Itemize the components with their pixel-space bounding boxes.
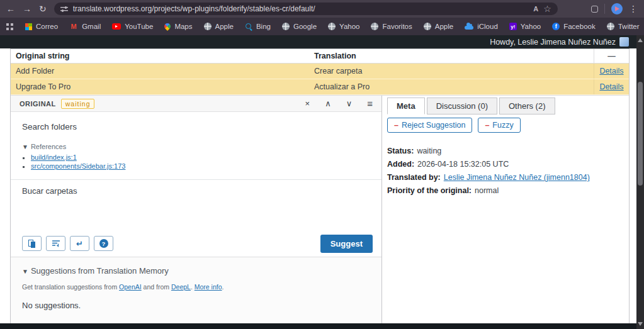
bookmark-item[interactable]: Gmail — [64, 20, 106, 33]
user-avatar[interactable] — [619, 37, 629, 47]
maps-icon — [163, 22, 172, 31]
help-icon: ? — [99, 239, 108, 248]
references-toggle[interactable]: ▼References — [22, 143, 66, 150]
page-scrollbar[interactable] — [636, 35, 644, 329]
translation-section: Bucar carpetas — [11, 179, 381, 235]
chevron-up-icon[interactable]: ∧ — [325, 99, 331, 108]
wp-admin-bar: Howdy, Leslie Jimena Nuñez Nuñez — [0, 35, 644, 48]
bookmark-item[interactable]: Twitter — [601, 20, 644, 33]
bookmark-item[interactable]: Bing — [239, 20, 276, 33]
reference-link[interactable]: build/index.js:1 — [31, 153, 77, 161]
bookmark-item[interactable]: Correo — [20, 20, 64, 33]
reject-suggestion-button[interactable]: –Reject Suggestion — [387, 118, 472, 133]
bottom-bar — [0, 323, 636, 329]
insert-newline-button[interactable]: ↵ — [70, 236, 89, 251]
minus-icon: – — [485, 121, 489, 130]
reference-item: src/components/Sidebar.js:173 — [31, 162, 370, 170]
deepl-link[interactable]: DeepL — [171, 283, 191, 291]
back-icon[interactable]: ← — [6, 4, 15, 13]
bookmark-item[interactable]: Maps — [159, 20, 198, 33]
translation-textarea[interactable]: Bucar carpetas — [11, 180, 381, 235]
globe-icon — [424, 23, 431, 30]
translate-icon[interactable]: A — [533, 5, 538, 13]
address-bar[interactable]: translate.wordpress.org/projects/wp-plug… — [54, 3, 558, 15]
bookmark-item[interactable]: Apple — [198, 20, 239, 33]
chevron-down-icon[interactable]: ∨ — [346, 99, 353, 108]
copy-original-button[interactable] — [22, 236, 42, 251]
ms-icon — [25, 23, 32, 30]
meta-field-value: Leslie Jimena Nuñez Nuñez (jimenn1804) — [444, 173, 590, 182]
reference-link[interactable]: src/components/Sidebar.js:173 — [31, 162, 125, 170]
bookmark-label: Gmail — [82, 23, 101, 30]
editor-header-icons: × ∧ ∨ ≡ — [305, 99, 373, 108]
caret-down-icon: ▼ — [22, 143, 28, 150]
original-section: Search folders ▼References build/index.j… — [11, 112, 381, 179]
details-link[interactable]: Details — [599, 67, 623, 75]
bookmark-star-icon[interactable]: ☆ — [543, 4, 551, 14]
suggestions-toggle[interactable]: ▼Suggestions from Translation Memory — [22, 266, 370, 276]
translation-cell[interactable]: Actualizar a Pro — [309, 82, 594, 91]
bookmark-item[interactable]: Yahoo — [322, 20, 365, 33]
column-header-actions: — — [594, 49, 629, 63]
page-content: Original string Translation — Add Folder… — [0, 48, 636, 323]
original-cell[interactable]: Upgrade To Pro — [11, 82, 309, 91]
scroll-down-icon[interactable] — [638, 322, 643, 326]
meta-field: Status:waiting — [387, 147, 624, 155]
forward-icon[interactable]: → — [23, 4, 31, 13]
browser-menu-icon[interactable]: ⋮ — [629, 4, 638, 13]
extensions-icon[interactable] — [591, 6, 598, 13]
openai-link[interactable]: OpenAI — [119, 283, 142, 291]
meta-tabs: Meta Discussion (0) Others (2) — [387, 98, 624, 114]
meta-field: Translated by:Leslie Jimena Nuñez Nuñez … — [387, 173, 624, 182]
bookmark-item[interactable]: Yahoo — [504, 20, 546, 33]
globe-icon — [607, 23, 614, 30]
bookmark-item[interactable]: Apple — [418, 20, 459, 33]
bookmark-item[interactable]: Facebook — [546, 20, 601, 33]
url-text[interactable]: translate.wordpress.org/projects/wp-plug… — [73, 4, 528, 13]
meta-field-label: Status: — [387, 147, 414, 155]
bookmark-item[interactable]: Google — [276, 20, 322, 33]
meta-panel: Meta Discussion (0) Others (2) –Reject S… — [382, 96, 629, 323]
meta-field-value: waiting — [417, 147, 441, 155]
references-list: build/index.js:1 src/components/Sidebar.… — [31, 153, 370, 170]
details-link[interactable]: Details — [599, 82, 623, 91]
minus-icon: – — [394, 121, 398, 130]
editor-row: ORIGINAL waiting × ∧ ∨ ≡ Search folders … — [11, 95, 629, 323]
meta-tab[interactable]: Discussion (0) — [427, 98, 497, 114]
reload-icon[interactable]: ↻ — [39, 4, 47, 13]
bookmark-item[interactable]: YouTube — [106, 20, 159, 33]
meta-buttons: –Reject Suggestion –Fuzzy — [387, 118, 624, 133]
original-cell[interactable]: Add Folder — [11, 67, 309, 75]
howdy-link[interactable]: Howdy, Leslie Jimena Nuñez Nuñez — [490, 38, 616, 47]
yahoo-icon — [509, 23, 517, 30]
insert-tab-button[interactable] — [46, 236, 65, 251]
table-rows: Add Folder Crear carpeta Details Upgrade… — [11, 64, 629, 95]
bookmark-label: Correo — [36, 23, 58, 30]
scrollbar-thumb[interactable] — [638, 82, 643, 186]
meta-tab[interactable]: Others (2) — [499, 98, 555, 114]
help-button[interactable]: ? — [94, 236, 113, 251]
meta-fields: Status:waiting Added:2026-04-18 15:32:05… — [387, 147, 624, 195]
table-row[interactable]: Add Folder Crear carpeta Details — [11, 64, 629, 79]
editor-menu-icon[interactable]: ≡ — [367, 99, 373, 108]
site-info-icon[interactable] — [60, 5, 68, 13]
profile-avatar[interactable] — [611, 3, 623, 14]
more-info-link[interactable]: More info — [195, 283, 222, 291]
meta-field-label: Added: — [387, 160, 414, 169]
reference-item: build/index.js:1 — [31, 153, 370, 161]
fuzzy-button[interactable]: –Fuzzy — [478, 118, 520, 133]
bookmark-label: Apple — [435, 23, 453, 30]
suggestions-hint: Get translation suggestions from OpenAI … — [22, 283, 370, 291]
bookmark-item[interactable]: Favoritos — [365, 20, 417, 33]
meta-field-label: Priority of the original: — [387, 186, 472, 195]
apps-grid-icon[interactable] — [6, 23, 13, 30]
browser-toolbar: ← → ↻ translate.wordpress.org/projects/w… — [0, 0, 644, 18]
translation-cell[interactable]: Crear carpeta — [309, 67, 594, 75]
table-row[interactable]: Upgrade To Pro Actualizar a Pro Details — [11, 79, 629, 95]
bookmark-item[interactable]: iCloud — [459, 20, 504, 33]
scroll-up-icon[interactable] — [638, 38, 643, 42]
close-icon[interactable]: × — [305, 99, 310, 108]
meta-tab[interactable]: Meta — [387, 98, 425, 114]
globe-icon — [328, 23, 336, 30]
suggest-button[interactable]: Suggest — [320, 235, 373, 253]
